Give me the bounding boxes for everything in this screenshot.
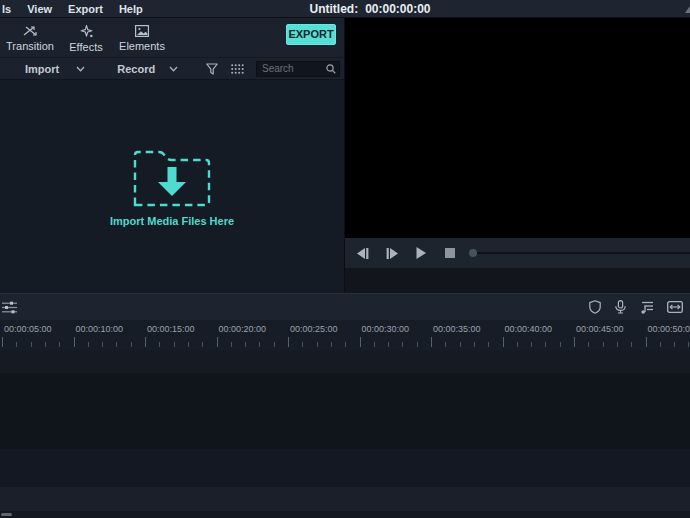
play-icon — [416, 247, 426, 259]
ruler-minor-tick — [560, 342, 561, 347]
track-manager-icon — [2, 301, 17, 314]
import-dropdown[interactable]: Import — [25, 63, 85, 75]
search-icon — [326, 64, 336, 74]
preview-viewport — [345, 18, 690, 238]
ruler-timecode-label: 00:00:40:00 — [505, 324, 553, 334]
chevron-down-icon — [169, 66, 178, 72]
ruler-minor-tick — [631, 342, 632, 347]
timeline-track-video — [0, 373, 690, 449]
ruler-minor-tick — [460, 342, 461, 347]
ruler-major-tick — [217, 337, 218, 347]
ruler-minor-tick — [674, 342, 675, 347]
import-dropdown-label: Import — [25, 63, 59, 75]
menu-bar: ls View Export Help Untitled:00:00:00:00 — [0, 0, 690, 18]
ruler-minor-tick — [174, 342, 175, 347]
menu-item-help[interactable]: Help — [111, 3, 151, 15]
filmora-app-window: ls View Export Help Untitled:00:00:00:00… — [0, 0, 690, 518]
ruler-minor-tick — [417, 342, 418, 347]
chevron-down-icon — [76, 66, 85, 72]
project-timecode: 00:00:00:00 — [365, 2, 430, 16]
next-frame-button[interactable] — [386, 248, 399, 259]
ruler-minor-tick — [88, 342, 89, 347]
asset-tab-bar: Transition Effects Elements EXPORT — [0, 18, 344, 57]
record-dropdown[interactable]: Record — [117, 63, 178, 75]
ruler-timecode-label: 00:00:50:00 — [648, 324, 690, 334]
ruler-minor-tick — [617, 342, 618, 347]
search-box — [256, 61, 340, 77]
play-button[interactable] — [416, 247, 426, 259]
tab-effects[interactable]: Effects — [58, 23, 114, 53]
filter-button[interactable] — [206, 63, 218, 75]
ruler-major-tick — [360, 337, 361, 347]
effects-icon — [80, 25, 93, 38]
elements-icon — [135, 25, 149, 37]
track-manager-button[interactable] — [2, 301, 17, 314]
ruler-minor-tick — [331, 342, 332, 347]
shield-icon — [589, 300, 601, 314]
menu-item-tools-truncated[interactable]: ls — [0, 3, 19, 15]
ruler-minor-tick — [488, 342, 489, 347]
tab-label: Transition — [6, 40, 54, 52]
menu-item-export[interactable]: Export — [60, 3, 111, 15]
tab-elements[interactable]: Elements — [114, 23, 170, 52]
ruler-minor-tick — [402, 342, 403, 347]
project-title: Untitled:00:00:00:00 — [309, 2, 430, 16]
ruler-major-tick — [431, 337, 432, 347]
ruler-timecode-label: 00:00:45:00 — [576, 324, 624, 334]
ruler-minor-tick — [202, 342, 203, 347]
timeline-toolbar — [0, 293, 690, 320]
next-frame-icon — [386, 248, 399, 259]
ruler-minor-tick — [531, 342, 532, 347]
ruler-major-tick — [503, 337, 504, 347]
timeline-hscrollbar[interactable] — [0, 511, 690, 518]
ruler-major-tick — [646, 337, 647, 347]
ruler-minor-tick — [445, 342, 446, 347]
previous-frame-button[interactable] — [356, 248, 369, 259]
media-actions-row: Import Record — [0, 57, 344, 80]
ruler-minor-tick — [274, 342, 275, 347]
ruler-minor-tick — [159, 342, 160, 347]
ruler-timecode-label: 00:00:25:00 — [290, 324, 338, 334]
import-folder-icon — [130, 144, 214, 208]
microphone-icon — [615, 300, 626, 314]
ruler-minor-tick — [102, 342, 103, 347]
progress-slider — [469, 249, 690, 257]
audio-mixer-button[interactable] — [640, 301, 653, 314]
menu-item-view[interactable]: View — [19, 3, 60, 15]
ruler-minor-tick — [231, 342, 232, 347]
grid-view-button[interactable] — [231, 64, 244, 74]
search-input[interactable] — [262, 63, 326, 74]
ruler-minor-tick — [59, 342, 60, 347]
stop-button[interactable] — [445, 248, 455, 258]
progress-slider-track[interactable] — [477, 252, 690, 254]
ruler-minor-tick — [302, 342, 303, 347]
tab-label: Elements — [119, 40, 165, 52]
ruler-minor-tick — [16, 342, 17, 347]
ruler-major-tick — [74, 337, 75, 347]
ruler-timecode-label: 00:00:15:00 — [147, 324, 195, 334]
transition-icon — [23, 25, 37, 37]
record-voiceover-button[interactable] — [615, 300, 626, 314]
download-arrow-icon — [158, 167, 186, 196]
grid-view-icon — [231, 64, 244, 74]
ruler-minor-tick — [545, 342, 546, 347]
ruler-timecode-label: 00:00:35:00 — [433, 324, 481, 334]
audio-mixer-icon — [640, 301, 653, 314]
ruler-minor-tick — [245, 342, 246, 347]
ruler-minor-tick — [31, 342, 32, 347]
previous-frame-icon — [356, 248, 369, 259]
timeline-ruler[interactable]: 00:00:05:0000:00:10:0000:00:15:0000:00:2… — [0, 320, 690, 350]
render-shield-button[interactable] — [589, 300, 601, 314]
fit-timeline-button[interactable] — [667, 301, 683, 313]
progress-slider-handle[interactable] — [469, 249, 477, 257]
timeline-track-upper — [0, 350, 690, 373]
preview-panel — [345, 18, 690, 293]
ruler-major-tick — [574, 337, 575, 347]
import-media-dropzone[interactable]: Import Media Files Here — [110, 144, 234, 227]
media-library-content: Import Media Files Here — [0, 80, 344, 293]
export-button[interactable]: EXPORT — [286, 24, 336, 45]
ruler-minor-tick — [374, 342, 375, 347]
tab-transition[interactable]: Transition — [2, 23, 58, 52]
filter-icon — [206, 63, 218, 75]
timeline-hscrollbar-handle[interactable] — [1, 513, 12, 516]
